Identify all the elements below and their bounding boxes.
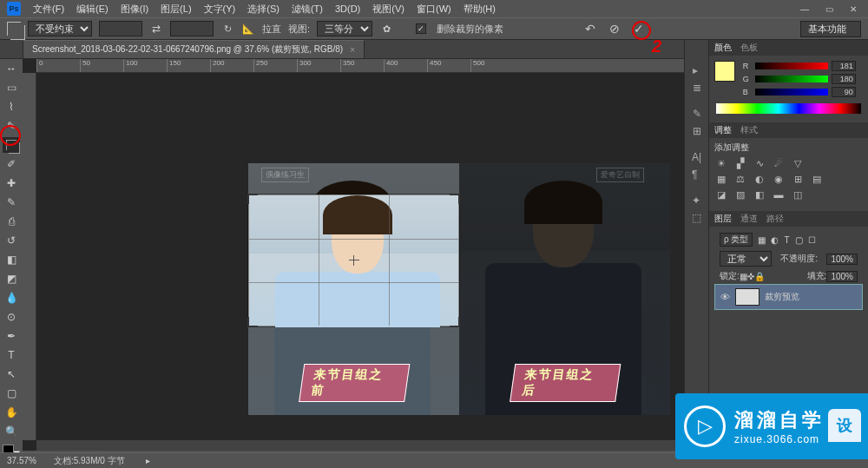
settings-badge[interactable]: 设 — [828, 409, 861, 442]
b-value[interactable]: 90 — [832, 87, 856, 97]
filter-type-icon[interactable]: T — [784, 235, 789, 245]
crop-handle-tr[interactable] — [450, 194, 460, 204]
hand-tool-icon[interactable]: ✋ — [3, 405, 20, 420]
type-tool-icon[interactable]: T — [3, 347, 20, 363]
document-canvas[interactable]: 偶像练习生 来节目组之前 爱奇艺自制 来节目组之后 — [248, 163, 670, 415]
menu-layer[interactable]: 图层(L) — [161, 3, 191, 16]
adj-bw-icon[interactable]: ◐ — [753, 173, 766, 185]
adj-curves-icon[interactable]: ∿ — [753, 157, 766, 169]
layer-name[interactable]: 裁剪预览 — [765, 291, 799, 303]
path-select-tool-icon[interactable]: ↖ — [3, 366, 20, 382]
blur-tool-icon[interactable]: 💧 — [3, 290, 20, 306]
menu-help[interactable]: 帮助(H) — [464, 3, 496, 16]
crop-handle-tl[interactable] — [247, 194, 258, 204]
menu-select[interactable]: 选择(S) — [247, 3, 279, 16]
adj-vibrance-icon[interactable]: ▽ — [791, 157, 805, 169]
gradient-tool-icon[interactable]: ◩ — [3, 271, 20, 287]
healing-brush-tool-icon[interactable]: ✚ — [3, 175, 20, 191]
layer-item[interactable]: 👁 裁剪预览 — [714, 284, 863, 310]
crop-width-input[interactable] — [99, 21, 142, 36]
brush-panel-icon[interactable]: ✎ — [693, 108, 701, 120]
crop-handle-br[interactable] — [450, 317, 460, 327]
brush-presets-panel-icon[interactable]: ⊞ — [693, 125, 701, 137]
adj-brightness-icon[interactable]: ☀ — [714, 157, 728, 169]
zoom-level[interactable]: 37.57% — [7, 456, 36, 465]
filter-smart-icon[interactable]: ☐ — [808, 235, 816, 245]
adj-levels-icon[interactable]: ▞ — [733, 157, 747, 169]
menu-image[interactable]: 图像(I) — [121, 3, 148, 16]
paragraph-panel-icon[interactable]: ¶ — [692, 168, 701, 181]
dodge-tool-icon[interactable]: ⊙ — [3, 309, 20, 325]
lock-all-icon[interactable]: 🔒 — [754, 272, 765, 281]
blend-mode-select[interactable]: 正常 — [720, 251, 772, 267]
crop-selection[interactable] — [248, 194, 459, 326]
move-tool-icon[interactable]: ↔ — [3, 61, 20, 76]
crop-options-gear-icon[interactable]: ✿ — [379, 22, 393, 36]
lock-position-icon[interactable]: ✜ — [747, 272, 754, 281]
eraser-tool-icon[interactable]: ◧ — [3, 252, 20, 267]
menu-type[interactable]: 文字(Y) — [204, 3, 236, 16]
delete-cropped-checkbox[interactable]: ✓ — [416, 23, 426, 34]
reset-crop-icon[interactable]: ↶ — [582, 21, 598, 36]
adj-selective-icon[interactable]: ◫ — [791, 188, 805, 201]
color-spectrum[interactable] — [716, 103, 861, 114]
layer-filter-kind[interactable]: ρ 类型 — [720, 233, 753, 247]
zoom-tool-icon[interactable]: 🔍 — [3, 424, 20, 439]
swap-dimensions-icon[interactable]: ⇄ — [149, 22, 163, 36]
tab-layers[interactable]: 图层 — [714, 213, 732, 225]
adj-gradient-map-icon[interactable]: ▬ — [772, 188, 786, 201]
adj-photo-filter-icon[interactable]: ◉ — [772, 173, 786, 185]
pen-tool-icon[interactable]: ✒ — [3, 328, 20, 344]
clone-stamp-tool-icon[interactable]: ⎙ — [3, 214, 20, 229]
tab-adjustments[interactable]: 调整 — [714, 124, 732, 136]
g-slider[interactable] — [755, 76, 828, 82]
adj-exposure-icon[interactable]: ☄ — [772, 157, 786, 169]
window-minimize-icon[interactable]: — — [797, 3, 812, 15]
doc-info[interactable]: 文档:5.93M/0 字节 — [54, 455, 125, 467]
adj-invert-icon[interactable]: ◪ — [714, 188, 728, 201]
crop-view-preset[interactable]: 三等分 — [317, 21, 372, 36]
crop-handle-bl[interactable] — [247, 317, 258, 327]
commit-crop-icon[interactable]: ✓ — [631, 21, 647, 36]
window-close-icon[interactable]: ✕ — [845, 3, 861, 15]
layer-thumbnail[interactable] — [735, 288, 760, 306]
rectangle-tool-icon[interactable]: ▢ — [3, 386, 20, 401]
filter-adjust-icon[interactable]: ◐ — [771, 235, 779, 245]
brush-tool-icon[interactable]: ✎ — [3, 194, 20, 210]
lasso-tool-icon[interactable]: ⌇ — [3, 99, 20, 115]
menu-edit[interactable]: 编辑(E) — [76, 3, 108, 16]
menu-3d[interactable]: 3D(D) — [335, 3, 360, 14]
crop-tool-icon[interactable] — [3, 137, 20, 153]
cancel-crop-icon[interactable]: ⊘ — [607, 21, 622, 36]
lock-pixels-icon[interactable]: ▦ — [740, 272, 747, 281]
crop-height-input[interactable] — [170, 21, 214, 36]
straighten-icon[interactable]: 📐 — [241, 22, 255, 36]
quick-select-tool-icon[interactable]: ✎ — [3, 118, 20, 134]
tab-swatches[interactable]: 色板 — [740, 42, 758, 54]
workspace-switcher[interactable]: 基本功能 — [800, 21, 861, 37]
filter-shape-icon[interactable]: ▢ — [795, 235, 803, 245]
3d-panel-icon[interactable]: ⬚ — [692, 212, 701, 224]
r-slider[interactable] — [755, 63, 828, 69]
history-panel-icon[interactable]: ▸ — [693, 64, 701, 76]
menu-window[interactable]: 窗口(W) — [417, 3, 451, 16]
adj-threshold-icon[interactable]: ◧ — [753, 188, 766, 201]
character-panel-icon[interactable]: A| — [692, 151, 701, 163]
g-value[interactable]: 180 — [832, 74, 856, 84]
layer-visibility-icon[interactable]: 👁 — [720, 292, 730, 302]
menu-file[interactable]: 文件(F) — [33, 3, 64, 16]
tab-channels[interactable]: 通道 — [740, 213, 758, 225]
adj-lookup-icon[interactable]: ▤ — [810, 173, 824, 185]
tab-paths[interactable]: 路径 — [766, 213, 784, 225]
menu-view[interactable]: 视图(V) — [372, 3, 404, 16]
eyedropper-tool-icon[interactable]: ✐ — [3, 156, 20, 172]
adj-posterize-icon[interactable]: ▨ — [733, 188, 747, 201]
document-tab[interactable]: Screenshot_2018-03-06-22-02-31-066724079… — [23, 40, 365, 58]
tab-color[interactable]: 颜色 — [714, 42, 732, 54]
document-tab-close-icon[interactable]: × — [350, 45, 355, 55]
r-value[interactable]: 181 — [832, 61, 856, 71]
tab-styles[interactable]: 样式 — [740, 124, 758, 136]
crop-ratio-preset[interactable]: 不受约束 — [28, 21, 92, 36]
navigator-panel-icon[interactable]: ✦ — [692, 194, 701, 207]
filter-pixel-icon[interactable]: ▦ — [758, 235, 766, 245]
